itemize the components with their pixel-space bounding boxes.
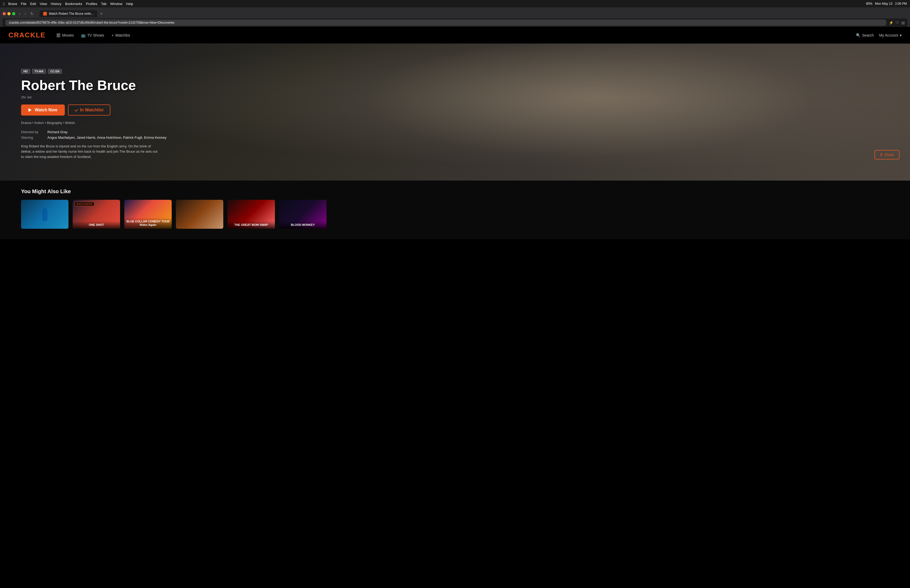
hero-content: HD TV-MA CC:EN Robert The Bruce 2hr 3m W… — [21, 69, 166, 160]
play-icon — [28, 108, 32, 112]
search-button[interactable]: 🔍 Search — [856, 33, 874, 37]
movie-card-2[interactable]: EXCLUSIVE ONE SHOT — [73, 200, 120, 229]
menu-tab[interactable]: Tab — [101, 2, 107, 6]
back-button[interactable]: ‹ — [18, 11, 22, 16]
movie-thumb-title-6: BLOOD MONKEY — [279, 221, 327, 229]
tab-close-button[interactable]: ✕ — [97, 12, 97, 15]
reload-button[interactable]: ↻ — [29, 11, 35, 17]
director-row: Directed by Richard Gray — [21, 130, 166, 134]
menu-view[interactable]: View — [40, 2, 47, 6]
extensions-icon[interactable]: ⚡ — [889, 21, 894, 25]
tvshows-icon: 📺 — [81, 33, 86, 37]
menu-edit[interactable]: Edit — [30, 2, 36, 6]
movie-thumb-title-5: THE GREAT MOM SWAP — [228, 221, 275, 229]
watch-now-button[interactable]: Watch Now — [21, 105, 65, 116]
share-label: Share — [884, 153, 894, 157]
apple-menu[interactable]:  — [3, 2, 5, 6]
menu-file[interactable]: File — [21, 2, 26, 6]
header-right: 🔍 Search My Account ▾ — [856, 33, 902, 37]
starring-label: Starring — [21, 136, 47, 139]
tvshows-nav-link[interactable]: 📺 TV Shows — [81, 33, 104, 37]
url-bar[interactable] — [5, 19, 886, 26]
genre-tags: Drama • Action • Biography • British — [21, 121, 166, 125]
menu-brave[interactable]: Brave — [8, 2, 17, 6]
share-icon: ⬆ — [880, 153, 883, 157]
tab-bar: Watch Robert The Bruce onlin... ✕ + — [39, 10, 105, 17]
my-account-button[interactable]: My Account ▾ — [879, 33, 902, 37]
site-header: CRACKLE 🎬 Movies 📺 TV Shows + Watchlist … — [0, 27, 910, 44]
main-nav: 🎬 Movies 📺 TV Shows + Watchlist — [56, 33, 130, 37]
recommendations-title: You Might Also Like — [21, 189, 889, 194]
movie-description: King Robert the Bruce is injured and on … — [21, 144, 158, 160]
movie-thumbnail-3: BLUE COLLAR COMEDY TOUR Rides Again — [124, 200, 172, 229]
movie-thumbnail-5: THE GREAT MOM SWAP — [228, 200, 275, 229]
rating-badge: TV-MA — [32, 69, 46, 74]
menu-help[interactable]: Help — [126, 2, 133, 6]
brave-shield-icon[interactable]: 🛡 — [895, 21, 899, 25]
starring-row: Starring Angus Macfadyen, Jared Harris, … — [21, 136, 166, 139]
menu-bookmarks[interactable]: Bookmarks — [65, 2, 82, 6]
hd-badge: HD — [21, 69, 30, 74]
macos-menubar:  Brave File Edit View History Bookmarks… — [0, 0, 910, 7]
cc-badge: CC:EN — [48, 69, 62, 74]
browser-toolbar: ‹ › ↻ Watch Robert The Bruce onlin... ✕ … — [3, 9, 907, 18]
menubar-right: 85% Mon May 13 2:06 PM — [866, 2, 907, 5]
movie-thumbnail-2: EXCLUSIVE ONE SHOT — [73, 200, 120, 229]
movie-thumbnail-1 — [21, 200, 68, 229]
movies-icon: 🎬 — [56, 33, 61, 37]
movie-thumbnail-4 — [176, 200, 223, 229]
director-name: Richard Gray — [47, 130, 68, 134]
watch-now-label: Watch Now — [35, 108, 57, 112]
directed-by-label: Directed by — [21, 130, 47, 134]
hero-action-buttons: Watch Now In Watchlist — [21, 105, 166, 116]
tab-favicon — [43, 12, 47, 16]
menu-window[interactable]: Window — [110, 2, 123, 6]
date-display: Mon May 13 — [875, 2, 892, 5]
browser-nav-buttons: ‹ › ↻ — [18, 11, 35, 17]
movie-card-6[interactable]: BLOOD MONKEY — [279, 200, 327, 229]
search-label: Search — [862, 33, 874, 37]
movie-card-3[interactable]: BLUE COLLAR COMEDY TOUR Rides Again — [124, 200, 172, 229]
watchlist-nav-link[interactable]: + Watchlist — [112, 33, 130, 37]
time-display: 2:06 PM — [895, 2, 907, 5]
cast-names: Angus Macfadyen, Jared Harris, Anna Hutc… — [47, 136, 166, 139]
chevron-down-icon: ▾ — [900, 33, 902, 37]
url-bar-row: ⚡ 🛡 ▤ — [3, 18, 907, 27]
fullscreen-window-button[interactable] — [12, 12, 15, 15]
watchlist-icon: + — [112, 33, 113, 37]
in-watchlist-button[interactable]: In Watchlist — [68, 105, 110, 116]
content-badges: HD TV-MA CC:EN — [21, 69, 166, 74]
in-watchlist-label: In Watchlist — [80, 108, 103, 112]
exclusive-badge: EXCLUSIVE — [75, 202, 94, 206]
close-window-button[interactable] — [3, 12, 6, 15]
movie-card-5[interactable]: THE GREAT MOM SWAP — [228, 200, 275, 229]
movie-card-4[interactable] — [176, 200, 223, 229]
menu-profiles[interactable]: Profiles — [86, 2, 97, 6]
movie-thumb-title-2: ONE SHOT — [73, 221, 120, 229]
menubar-left:  Brave File Edit View History Bookmarks… — [3, 2, 133, 6]
movies-nav-link[interactable]: 🎬 Movies — [56, 33, 74, 37]
minimize-window-button[interactable] — [7, 12, 11, 15]
new-tab-button[interactable]: + — [98, 11, 105, 17]
search-icon: 🔍 — [856, 33, 860, 37]
movie-thumbnail-6: BLOOD MONKEY — [279, 200, 327, 229]
active-tab[interactable]: Watch Robert The Bruce onlin... ✕ — [39, 10, 97, 17]
reader-view-icon[interactable]: ▤ — [901, 21, 905, 25]
share-button[interactable]: ⬆ Share — [874, 150, 899, 160]
header-left: CRACKLE 🎬 Movies 📺 TV Shows + Watchlist — [8, 31, 130, 39]
tvshows-label: TV Shows — [87, 33, 104, 37]
movie-grid: EXCLUSIVE ONE SHOT BLUE COLLAR COMEDY TO… — [21, 200, 889, 229]
forward-button[interactable]: › — [23, 11, 27, 16]
checkmark-icon — [74, 108, 78, 111]
site-logo[interactable]: CRACKLE — [8, 31, 45, 39]
traffic-lights — [3, 12, 15, 15]
movies-label: Movies — [62, 33, 74, 37]
watchlist-label: Watchlist — [115, 33, 130, 37]
battery-status: 85% — [866, 2, 872, 5]
movie-duration: 2hr 3m — [21, 95, 166, 99]
menu-history[interactable]: History — [51, 2, 61, 6]
movie-card-1[interactable] — [21, 200, 68, 229]
thumbnail-content-1 — [21, 200, 68, 229]
browser-action-buttons: ⚡ 🛡 ▤ — [889, 21, 905, 25]
hero-portrait-image — [273, 44, 910, 181]
